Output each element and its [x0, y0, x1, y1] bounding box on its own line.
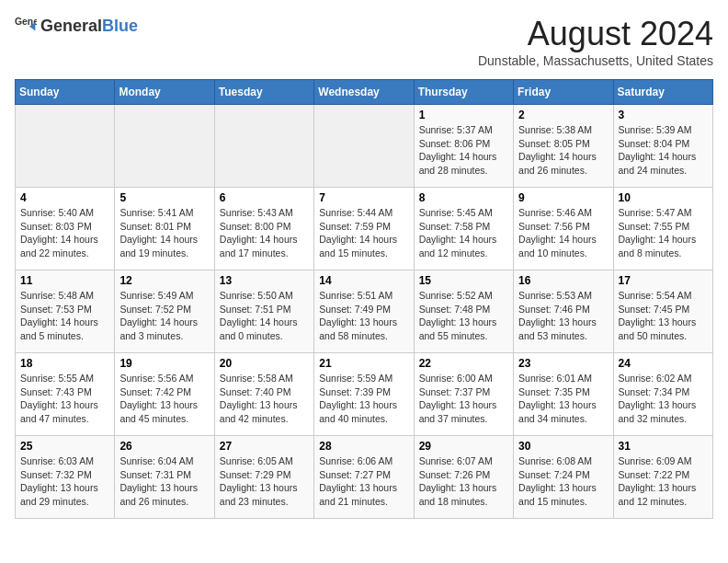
day-number: 14 — [319, 274, 408, 287]
calendar-cell: 11Sunrise: 5:48 AM Sunset: 7:53 PM Dayli… — [16, 270, 115, 353]
day-info: Sunrise: 5:58 AM Sunset: 7:40 PM Dayligh… — [220, 372, 309, 426]
day-number: 3 — [619, 109, 708, 121]
day-info: Sunrise: 6:02 AM Sunset: 7:34 PM Dayligh… — [619, 372, 708, 426]
day-number: 16 — [518, 274, 608, 287]
day-info: Sunrise: 5:53 AM Sunset: 7:46 PM Dayligh… — [518, 289, 608, 343]
calendar-week-4: 18Sunrise: 5:55 AM Sunset: 7:43 PM Dayli… — [16, 353, 713, 436]
calendar-week-1: 1Sunrise: 5:37 AM Sunset: 8:06 PM Daylig… — [16, 105, 713, 188]
day-info: Sunrise: 5:48 AM Sunset: 7:53 PM Dayligh… — [20, 289, 109, 343]
calendar-body: 1Sunrise: 5:37 AM Sunset: 8:06 PM Daylig… — [16, 105, 713, 519]
day-info: Sunrise: 6:07 AM Sunset: 7:26 PM Dayligh… — [419, 454, 508, 509]
calendar-cell: 13Sunrise: 5:50 AM Sunset: 7:51 PM Dayli… — [214, 270, 313, 353]
calendar-cell — [115, 105, 214, 188]
logo: General GeneralBlue — [15, 15, 138, 37]
day-number: 21 — [319, 357, 408, 370]
day-info: Sunrise: 5:44 AM Sunset: 7:59 PM Dayligh… — [319, 206, 408, 260]
day-number: 30 — [518, 440, 608, 453]
day-info: Sunrise: 5:55 AM Sunset: 7:43 PM Dayligh… — [20, 372, 109, 426]
header-tuesday: Tuesday — [214, 80, 313, 105]
calendar-cell: 10Sunrise: 5:47 AM Sunset: 7:55 PM Dayli… — [613, 188, 712, 270]
calendar-cell: 2Sunrise: 5:38 AM Sunset: 8:05 PM Daylig… — [514, 105, 613, 188]
month-year-title: August 2024 — [478, 15, 713, 53]
calendar-header: Sunday Monday Tuesday Wednesday Thursday… — [16, 80, 713, 105]
day-info: Sunrise: 6:03 AM Sunset: 7:32 PM Dayligh… — [20, 454, 109, 509]
day-number: 20 — [220, 357, 309, 370]
header-thursday: Thursday — [414, 80, 513, 105]
calendar-cell: 3Sunrise: 5:39 AM Sunset: 8:04 PM Daylig… — [613, 105, 712, 188]
calendar-cell: 31Sunrise: 6:09 AM Sunset: 7:22 PM Dayli… — [613, 436, 712, 519]
calendar-cell: 4Sunrise: 5:40 AM Sunset: 8:03 PM Daylig… — [16, 188, 115, 270]
header-monday: Monday — [115, 80, 214, 105]
day-number: 8 — [419, 191, 508, 204]
day-info: Sunrise: 5:49 AM Sunset: 7:52 PM Dayligh… — [119, 289, 209, 343]
day-info: Sunrise: 5:51 AM Sunset: 7:49 PM Dayligh… — [319, 289, 408, 343]
calendar-cell: 14Sunrise: 5:51 AM Sunset: 7:49 PM Dayli… — [314, 270, 414, 353]
day-info: Sunrise: 5:43 AM Sunset: 8:00 PM Dayligh… — [220, 206, 309, 260]
calendar-cell: 24Sunrise: 6:02 AM Sunset: 7:34 PM Dayli… — [613, 353, 712, 436]
day-info: Sunrise: 5:46 AM Sunset: 7:56 PM Dayligh… — [518, 206, 608, 260]
day-number: 25 — [20, 440, 109, 453]
header-friday: Friday — [514, 80, 613, 105]
calendar-cell: 30Sunrise: 6:08 AM Sunset: 7:24 PM Dayli… — [514, 436, 613, 519]
calendar-cell: 26Sunrise: 6:04 AM Sunset: 7:31 PM Dayli… — [115, 436, 214, 519]
day-info: Sunrise: 6:06 AM Sunset: 7:27 PM Dayligh… — [319, 454, 408, 509]
calendar-cell: 25Sunrise: 6:03 AM Sunset: 7:32 PM Dayli… — [16, 436, 115, 519]
day-number: 29 — [419, 440, 508, 453]
day-info: Sunrise: 5:37 AM Sunset: 8:06 PM Dayligh… — [419, 123, 508, 178]
day-info: Sunrise: 5:41 AM Sunset: 8:01 PM Dayligh… — [119, 206, 209, 260]
calendar-cell: 27Sunrise: 6:05 AM Sunset: 7:29 PM Dayli… — [214, 436, 313, 519]
day-number: 6 — [220, 191, 309, 204]
day-info: Sunrise: 5:50 AM Sunset: 7:51 PM Dayligh… — [220, 289, 309, 343]
day-number: 4 — [20, 191, 109, 204]
calendar-cell: 8Sunrise: 5:45 AM Sunset: 7:58 PM Daylig… — [414, 188, 513, 270]
title-section: August 2024 Dunstable, Massachusetts, Un… — [478, 15, 713, 68]
calendar-cell: 18Sunrise: 5:55 AM Sunset: 7:43 PM Dayli… — [16, 353, 115, 436]
day-info: Sunrise: 5:38 AM Sunset: 8:05 PM Dayligh… — [518, 123, 608, 178]
calendar-cell: 19Sunrise: 5:56 AM Sunset: 7:42 PM Dayli… — [115, 353, 214, 436]
calendar-cell — [214, 105, 313, 188]
calendar-cell: 29Sunrise: 6:07 AM Sunset: 7:26 PM Dayli… — [414, 436, 513, 519]
logo-blue-text: Blue — [102, 17, 138, 35]
logo-general-text: General — [40, 17, 102, 35]
calendar-cell: 7Sunrise: 5:44 AM Sunset: 7:59 PM Daylig… — [314, 188, 414, 270]
day-number: 23 — [518, 357, 608, 370]
day-number: 2 — [518, 109, 608, 121]
day-info: Sunrise: 6:01 AM Sunset: 7:35 PM Dayligh… — [518, 372, 608, 426]
header-saturday: Saturday — [613, 80, 712, 105]
day-number: 15 — [419, 274, 508, 287]
calendar-cell: 28Sunrise: 6:06 AM Sunset: 7:27 PM Dayli… — [314, 436, 414, 519]
header-sunday: Sunday — [16, 80, 115, 105]
day-number: 19 — [119, 357, 209, 370]
day-number: 11 — [20, 274, 109, 287]
day-info: Sunrise: 6:05 AM Sunset: 7:29 PM Dayligh… — [220, 454, 309, 509]
day-number: 9 — [518, 191, 608, 204]
calendar-week-2: 4Sunrise: 5:40 AM Sunset: 8:03 PM Daylig… — [16, 188, 713, 270]
calendar-cell — [16, 105, 115, 188]
calendar-cell — [314, 105, 414, 188]
day-info: Sunrise: 5:59 AM Sunset: 7:39 PM Dayligh… — [319, 372, 408, 426]
calendar-cell: 22Sunrise: 6:00 AM Sunset: 7:37 PM Dayli… — [414, 353, 513, 436]
calendar-cell: 12Sunrise: 5:49 AM Sunset: 7:52 PM Dayli… — [115, 270, 214, 353]
day-number: 18 — [20, 357, 109, 370]
calendar-cell: 6Sunrise: 5:43 AM Sunset: 8:00 PM Daylig… — [214, 188, 313, 270]
day-number: 10 — [619, 191, 708, 204]
day-number: 28 — [319, 440, 408, 453]
day-number: 1 — [419, 109, 508, 121]
header-wednesday: Wednesday — [314, 80, 414, 105]
day-info: Sunrise: 5:54 AM Sunset: 7:45 PM Dayligh… — [619, 289, 708, 343]
day-info: Sunrise: 6:00 AM Sunset: 7:37 PM Dayligh… — [419, 372, 508, 426]
day-number: 22 — [419, 357, 508, 370]
calendar-cell: 5Sunrise: 5:41 AM Sunset: 8:01 PM Daylig… — [115, 188, 214, 270]
day-number: 5 — [119, 191, 209, 204]
calendar-cell: 17Sunrise: 5:54 AM Sunset: 7:45 PM Dayli… — [613, 270, 712, 353]
calendar-cell: 21Sunrise: 5:59 AM Sunset: 7:39 PM Dayli… — [314, 353, 414, 436]
calendar-cell: 23Sunrise: 6:01 AM Sunset: 7:35 PM Dayli… — [514, 353, 613, 436]
calendar-cell: 16Sunrise: 5:53 AM Sunset: 7:46 PM Dayli… — [514, 270, 613, 353]
day-number: 17 — [619, 274, 708, 287]
page-header: General GeneralBlue August 2024 Dunstabl… — [15, 15, 713, 68]
day-info: Sunrise: 5:52 AM Sunset: 7:48 PM Dayligh… — [419, 289, 508, 343]
day-info: Sunrise: 5:56 AM Sunset: 7:42 PM Dayligh… — [119, 372, 209, 426]
calendar-week-3: 11Sunrise: 5:48 AM Sunset: 7:53 PM Dayli… — [16, 270, 713, 353]
day-number: 24 — [619, 357, 708, 370]
day-number: 27 — [220, 440, 309, 453]
